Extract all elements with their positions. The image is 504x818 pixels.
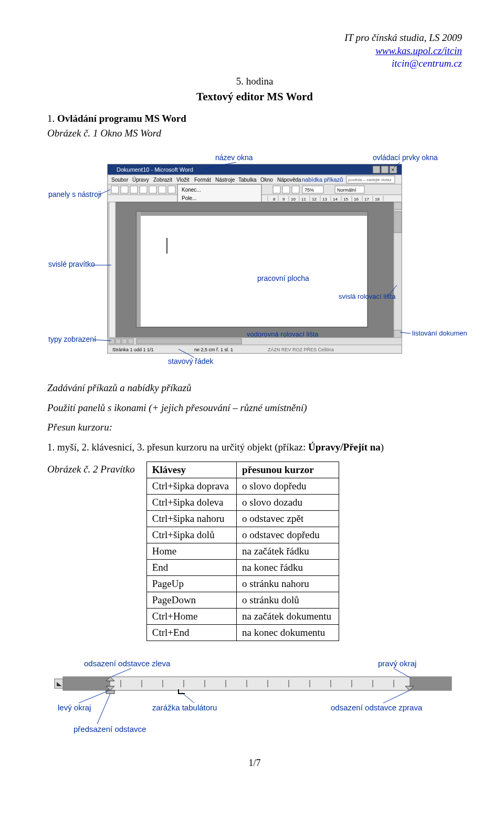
svg-rect-2 (130, 186, 138, 193)
svg-text:18: 18 (375, 197, 380, 202)
table-header-row: Klávesy přesunou kurzor (146, 462, 339, 478)
hscroll-thumb (136, 339, 242, 344)
label-vodor-lista: vodorovná rolovací lišta (247, 330, 319, 338)
tab-selector (55, 679, 63, 688)
table-row: Ctrl+Endna konec dokumentu (146, 625, 339, 641)
para2: Použití panelů s ikonami (+ jejich přeso… (47, 401, 462, 415)
svg-line-72 (182, 693, 194, 703)
title-text: Dokument10 - Microsoft Word (117, 166, 193, 173)
svg-rect-8 (282, 186, 290, 193)
figure1-caption: Obrázek č. 1 Okno MS Word (47, 128, 462, 139)
menu-vlozit: Vložit (176, 177, 190, 183)
keys-table: Klávesy přesunou kurzor Ctrl+šipka dopra… (146, 462, 339, 641)
help-hint: pověda – zadejte dotaz (348, 177, 392, 182)
svg-text:14: 14 (333, 197, 338, 202)
svg-text:9: 9 (282, 197, 285, 202)
menu-zobrazit: Zobrazit (153, 177, 172, 183)
dd1: Pole... (182, 195, 196, 201)
table-row: Ctrl+šipka dopravao slovo dopředu (146, 478, 339, 495)
svg-rect-6 (168, 186, 175, 193)
left-indent (106, 690, 114, 694)
toolbar-icons (111, 186, 175, 193)
table-row: Ctrl+šipka dolevao slovo dozadu (146, 495, 339, 511)
label-zarazka: zarážka tabulátoru (152, 703, 217, 712)
svg-rect-9 (292, 186, 299, 193)
min-button (373, 166, 380, 173)
max-button (381, 166, 388, 173)
zoom-text: 75% (304, 187, 314, 193)
svg-rect-46 (128, 339, 133, 344)
para4: 1. myší, 2. klávesnicí, 3. přesun kurzor… (47, 440, 462, 455)
svg-rect-39 (136, 212, 368, 216)
document-page: IT pro čínská studia, LS 2009 www.kas.up… (0, 0, 504, 790)
svg-line-74 (97, 694, 110, 724)
svg-rect-5 (159, 186, 166, 193)
menu-upravy: Úpravy (132, 176, 149, 183)
table-row: PageDowno stránku dolů (146, 592, 339, 609)
figure2: odsazení odstavce zleva pravý okraj (47, 656, 467, 745)
svg-rect-41 (394, 202, 402, 209)
svg-rect-42 (394, 330, 402, 338)
svg-line-71 (79, 690, 109, 703)
lesson-number: 5. hodina (47, 76, 462, 87)
table-row: PageUpo stránku nahoru (146, 576, 339, 592)
para4-suffix: ) (381, 442, 384, 453)
svg-rect-7 (273, 186, 280, 193)
figure2-caption: Obrázek č. 2 Pravítko (47, 462, 135, 475)
section-number: 1. (47, 113, 55, 124)
svg-rect-4 (149, 186, 156, 193)
course-line: IT pro čínská studia, LS 2009 (47, 32, 462, 45)
svg-text:17: 17 (364, 197, 369, 202)
menu-tabulka: Tabulka (238, 177, 257, 183)
label-stavovy: stavový řádek (168, 357, 214, 365)
para4-bold: Úpravy/Přejít na (308, 442, 381, 453)
table-row: Ctrl+Homena začátek dokumentu (146, 609, 339, 625)
svg-line-73 (383, 690, 410, 703)
label-odsaz-zprava: odsazení odstavce zprava (331, 703, 423, 712)
label-typy: typy zobrazení (48, 335, 96, 343)
body-text: Zadávání příkazů a nabídky příkazů Použi… (47, 381, 462, 454)
page-number: 1/7 (47, 758, 462, 769)
figure1-svg: panely s nástroji svislé pravítko typy z… (47, 149, 467, 369)
svg-rect-40 (136, 212, 141, 327)
svg-text:8: 8 (273, 197, 276, 202)
ruler-left-margin (63, 677, 110, 690)
svg-line-69 (111, 668, 131, 677)
label-nabidka-top: nabídka příkazů (302, 176, 343, 183)
label-odsaz-zleva: odsazení odstavce zleva (84, 659, 171, 668)
menu-okno: Okno (260, 177, 273, 183)
label-ovladaci: ovládací prvky okna (373, 153, 438, 162)
label-preds: předsazení odstavce (74, 725, 146, 733)
ruler-body (63, 677, 452, 690)
status-mid: ne 2,5 cm ř. 1 sl. 1 (194, 347, 233, 352)
menu-nastroje: Nástroje (215, 177, 235, 183)
svg-line-70 (394, 668, 411, 678)
svg-text:11: 11 (301, 197, 306, 202)
svg-rect-3 (140, 186, 147, 193)
course-url[interactable]: www.kas.upol.cz/itcin (375, 45, 462, 56)
figure1: panely s nástroji svislé pravítko typy z… (47, 149, 467, 369)
label-nazev: název okna (215, 153, 253, 162)
keys-block: Obrázek č. 2 Pravítko Klávesy přesunou k… (47, 462, 462, 641)
vscroll-thumb (394, 212, 402, 233)
doc-page (136, 212, 368, 327)
th-presunou: přesunou kurzor (237, 462, 339, 478)
label-panely: panely s nástroji (48, 190, 101, 198)
section-title: Ovládání programu MS Word (57, 113, 186, 124)
table-row: Endna konec řádku (146, 560, 339, 576)
course-email[interactable]: itcin@centrum.cz (392, 58, 462, 69)
ruler-right-margin (410, 677, 452, 690)
menu-napoveda: Nápověda (277, 177, 301, 183)
svg-rect-43 (109, 339, 114, 344)
para1: Zadávání příkazů a nabídky příkazů (47, 381, 462, 395)
svg-rect-0 (111, 186, 119, 193)
page-title: Textový editor MS Word (47, 90, 462, 103)
figure2-svg: odsazení odstavce zleva pravý okraj (47, 656, 467, 745)
dd0: Konec... (182, 187, 201, 193)
label-pravy: pravý okraj (378, 659, 416, 668)
svg-rect-1 (121, 186, 128, 193)
svg-text:12: 12 (312, 197, 317, 202)
svg-rect-45 (122, 339, 127, 344)
svg-text:15: 15 (343, 197, 348, 202)
label-listovani1: listování dokumentem (412, 329, 467, 337)
